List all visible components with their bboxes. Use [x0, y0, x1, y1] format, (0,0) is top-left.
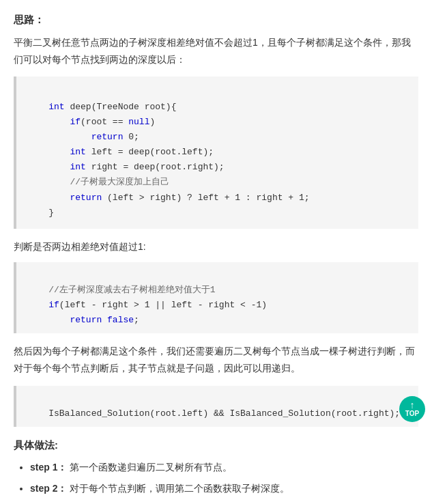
back-to-top-button[interactable]: ↑ TOP	[399, 396, 425, 422]
code-recursive-call: IsBalanced_Solution(root.left) && IsBala…	[48, 408, 400, 419]
code-return-false: return false;	[70, 315, 139, 325]
top-label: TOP	[405, 410, 419, 418]
code-line-2: if(root == null)	[70, 117, 155, 127]
step-label-1: step 1：	[30, 462, 67, 473]
code-line-3: return 0;	[91, 132, 139, 142]
list-item: step 1： 第一个函数递归遍历二叉树所有节点。	[30, 459, 418, 476]
code-block-deep: int deep(TreeNode root){ if(root == null…	[14, 76, 418, 229]
code-line-8: }	[48, 208, 54, 218]
list-item: step 3： 第二个函数递归获取子树深度，只需要不断往子节点深度遍历，累加左右…	[30, 501, 418, 504]
prose-recursive: 然后因为每个子树都满足这个条件，我们还需要遍历二叉树每个节点当成一棵子树进行判断…	[14, 343, 418, 377]
code-block-judge: //左子树深度减去右子树相差绝对值大于1 if(left - right > 1…	[14, 262, 418, 333]
code-line-7: return (left > right) ? left + 1 : right…	[70, 193, 309, 203]
page-wrapper: 思路： 平衡二叉树任意节点两边的子树深度相差绝对值不会超过1，且每个子树都满足这…	[14, 11, 418, 504]
section-juti: 具体做法: step 1： 第一个函数递归遍历二叉树所有节点。 step 2： …	[14, 436, 418, 504]
prose-judge: 判断是否两边相差绝对值超过1:	[14, 238, 418, 255]
list-item: step 2： 对于每个节点判断，调用第二个函数获取子树深度。	[30, 480, 418, 497]
code-line-1: int deep(TreeNode root){	[48, 102, 176, 112]
code-line-6: //子树最大深度加上自己	[70, 177, 169, 187]
code-if-line: if(left - right > 1 || left - right < -1…	[48, 300, 267, 310]
section-title-juti: 具体做法:	[14, 436, 418, 454]
code-comment-left: //左子树深度减去右子树相差绝对值大于1	[48, 285, 215, 295]
prose-intro: 平衡二叉树任意节点两边的子树深度相差绝对值不会超过1，且每个子树都满足这个条件，…	[14, 34, 418, 68]
step-text-2: 对于每个节点判断，调用第二个函数获取子树深度。	[70, 483, 289, 494]
code-block-recursive: IsBalanced_Solution(root.left) && IsBala…	[14, 386, 418, 427]
code-line-5: int right = deep(root.right);	[70, 162, 224, 172]
step-label-2: step 2：	[30, 483, 67, 494]
step-list: step 1： 第一个函数递归遍历二叉树所有节点。 step 2： 对于每个节点…	[14, 459, 418, 504]
section-title-silu: 思路：	[14, 11, 418, 29]
code-line-4: int left = deep(root.left);	[70, 147, 214, 157]
arrow-up-icon: ↑	[410, 400, 415, 410]
step-text-1: 第一个函数递归遍历二叉树所有节点。	[70, 462, 232, 473]
section-silu: 思路： 平衡二叉树任意节点两边的子树深度相差绝对值不会超过1，且每个子树都满足这…	[14, 11, 418, 427]
